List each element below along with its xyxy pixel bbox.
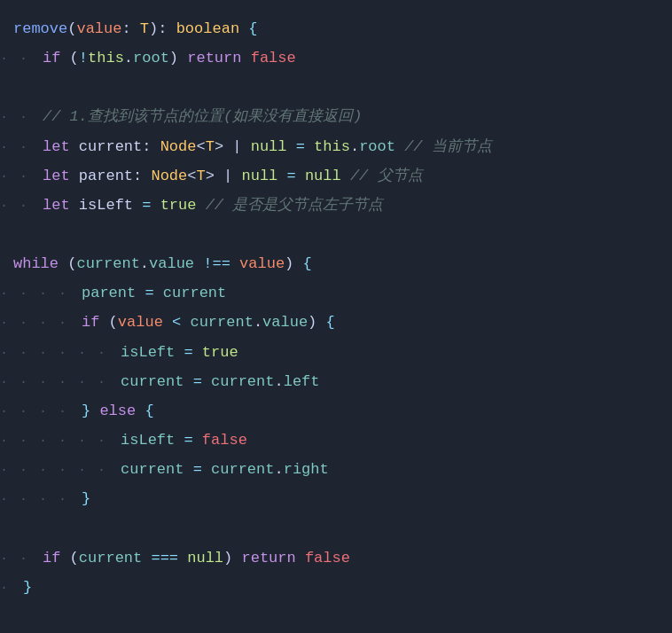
line-dots: · · · · · ·: [0, 457, 117, 483]
code-text: [13, 513, 22, 543]
code-line: · · let isLeft = true // 是否是父节点左子节点: [0, 191, 672, 220]
code-line: while (current.value !== value) {: [0, 249, 672, 278]
line-dots: · ·: [0, 193, 39, 219]
code-text: [13, 73, 22, 102]
line-dots: · ·: [0, 46, 39, 72]
code-line: · · · · · · isLeft = true: [0, 338, 672, 367]
line-dots: · · · · · ·: [0, 428, 117, 454]
code-line: · · · · if (value < current.value) {: [0, 308, 672, 337]
line-dots: · ·: [0, 135, 39, 160]
line-dots: [0, 17, 10, 43]
code-text: isLeft = true: [121, 338, 238, 367]
line-dots: ·: [0, 575, 20, 601]
code-line: · · if (current === null) return false: [0, 543, 672, 573]
code-text: if (current === null) return false: [43, 543, 350, 573]
line-dots: [0, 223, 10, 248]
line-dots: [0, 252, 10, 277]
code-text: let isLeft = true // 是否是父节点左子节点: [43, 191, 383, 220]
code-line: · · · · } else {: [0, 396, 672, 426]
code-line: remove(value: T): boolean {: [0, 14, 672, 43]
line-dots: · · · ·: [0, 281, 78, 307]
code-text: current = current.right: [121, 455, 329, 484]
code-line: · · · · · · current = current.left: [0, 367, 672, 396]
line-dots: [0, 516, 10, 542]
code-text: } else {: [82, 396, 154, 426]
code-text: let current: Node<T> | null = this.root …: [43, 132, 492, 161]
code-text: }: [82, 484, 90, 513]
code-text: if (value < current.value) {: [82, 308, 335, 337]
code-text: parent = current: [82, 278, 226, 308]
code-text: if (!this.root) return false: [43, 43, 296, 73]
code-line: [0, 513, 672, 543]
code-line: · · · · · · isLeft = false: [0, 426, 672, 455]
code-text: }: [23, 573, 32, 602]
code-text: while (current.value !== value) {: [13, 249, 312, 278]
line-dots: · · · ·: [0, 310, 78, 336]
code-line: · · // 1.查找到该节点的位置(如果没有直接返回): [0, 102, 672, 131]
code-text: remove(value: T): boolean {: [13, 14, 257, 43]
line-dots: · · · ·: [0, 399, 78, 425]
code-line: · · · · · · current = current.right: [0, 455, 672, 484]
code-text: isLeft = false: [121, 426, 247, 455]
code-line: · · let parent: Node<T> | null = null //…: [0, 161, 672, 191]
line-dots: · ·: [0, 546, 39, 572]
code-line: · · if (!this.root) return false: [0, 43, 672, 73]
code-line: [0, 73, 672, 102]
code-line: · · · · }: [0, 484, 672, 513]
code-text: current = current.left: [121, 367, 319, 396]
code-text: // 1.查找到该节点的位置(如果没有直接返回): [43, 102, 362, 131]
code-line: · · let current: Node<T> | null = this.r…: [0, 132, 672, 161]
line-dots: · ·: [0, 164, 39, 190]
line-dots: · ·: [0, 105, 39, 130]
code-text: [13, 220, 22, 249]
line-dots: · · · · · ·: [0, 340, 117, 366]
code-line: · }: [0, 573, 672, 602]
code-editor: remove(value: T): boolean { · · if (!thi…: [0, 11, 672, 606]
line-dots: · · · ·: [0, 487, 78, 512]
code-line: [0, 220, 672, 249]
code-text: let parent: Node<T> | null = null // 父节点: [43, 161, 423, 191]
line-dots: · · · · · ·: [0, 370, 117, 395]
code-line: · · · · parent = current: [0, 278, 672, 308]
line-dots: [0, 75, 10, 101]
